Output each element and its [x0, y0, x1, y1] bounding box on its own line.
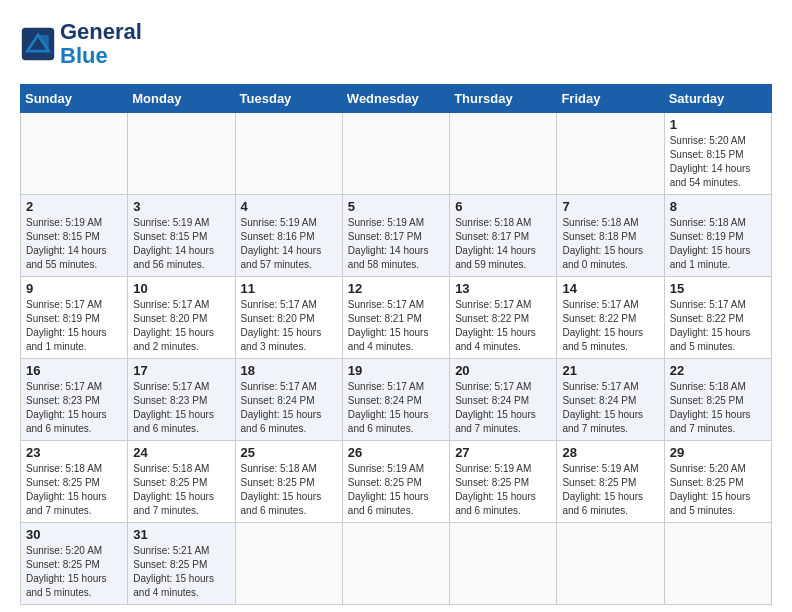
day-info: Sunrise: 5:17 AMSunset: 8:23 PMDaylight:…	[133, 380, 229, 436]
day-number: 21	[562, 363, 658, 378]
day-number: 13	[455, 281, 551, 296]
day-number: 29	[670, 445, 766, 460]
calendar-week-row: 2Sunrise: 5:19 AMSunset: 8:15 PMDaylight…	[21, 195, 772, 277]
calendar-cell: 25Sunrise: 5:18 AMSunset: 8:25 PMDayligh…	[235, 441, 342, 523]
calendar-cell: 1Sunrise: 5:20 AMSunset: 8:15 PMDaylight…	[664, 113, 771, 195]
calendar-cell: 10Sunrise: 5:17 AMSunset: 8:20 PMDayligh…	[128, 277, 235, 359]
day-info: Sunrise: 5:19 AMSunset: 8:25 PMDaylight:…	[455, 462, 551, 518]
calendar-cell	[557, 113, 664, 195]
day-info: Sunrise: 5:17 AMSunset: 8:20 PMDaylight:…	[133, 298, 229, 354]
day-number: 11	[241, 281, 337, 296]
day-info: Sunrise: 5:17 AMSunset: 8:22 PMDaylight:…	[455, 298, 551, 354]
calendar-week-row: 1Sunrise: 5:20 AMSunset: 8:15 PMDaylight…	[21, 113, 772, 195]
day-info: Sunrise: 5:18 AMSunset: 8:25 PMDaylight:…	[241, 462, 337, 518]
calendar-cell: 6Sunrise: 5:18 AMSunset: 8:17 PMDaylight…	[450, 195, 557, 277]
day-info: Sunrise: 5:18 AMSunset: 8:17 PMDaylight:…	[455, 216, 551, 272]
day-number: 19	[348, 363, 444, 378]
calendar-cell: 4Sunrise: 5:19 AMSunset: 8:16 PMDaylight…	[235, 195, 342, 277]
day-info: Sunrise: 5:19 AMSunset: 8:15 PMDaylight:…	[133, 216, 229, 272]
day-info: Sunrise: 5:17 AMSunset: 8:24 PMDaylight:…	[455, 380, 551, 436]
calendar-week-row: 30Sunrise: 5:20 AMSunset: 8:25 PMDayligh…	[21, 523, 772, 605]
day-info: Sunrise: 5:17 AMSunset: 8:21 PMDaylight:…	[348, 298, 444, 354]
calendar-cell: 12Sunrise: 5:17 AMSunset: 8:21 PMDayligh…	[342, 277, 449, 359]
calendar-cell: 23Sunrise: 5:18 AMSunset: 8:25 PMDayligh…	[21, 441, 128, 523]
day-info: Sunrise: 5:17 AMSunset: 8:22 PMDaylight:…	[670, 298, 766, 354]
day-number: 15	[670, 281, 766, 296]
calendar-cell	[342, 523, 449, 605]
day-number: 25	[241, 445, 337, 460]
calendar-cell: 24Sunrise: 5:18 AMSunset: 8:25 PMDayligh…	[128, 441, 235, 523]
calendar-cell	[450, 523, 557, 605]
day-info: Sunrise: 5:17 AMSunset: 8:24 PMDaylight:…	[241, 380, 337, 436]
day-info: Sunrise: 5:18 AMSunset: 8:25 PMDaylight:…	[133, 462, 229, 518]
day-number: 6	[455, 199, 551, 214]
calendar-cell: 2Sunrise: 5:19 AMSunset: 8:15 PMDaylight…	[21, 195, 128, 277]
calendar-cell	[235, 523, 342, 605]
calendar-cell: 29Sunrise: 5:20 AMSunset: 8:25 PMDayligh…	[664, 441, 771, 523]
column-header-wednesday: Wednesday	[342, 85, 449, 113]
day-info: Sunrise: 5:19 AMSunset: 8:15 PMDaylight:…	[26, 216, 122, 272]
day-info: Sunrise: 5:18 AMSunset: 8:25 PMDaylight:…	[26, 462, 122, 518]
day-number: 12	[348, 281, 444, 296]
day-info: Sunrise: 5:19 AMSunset: 8:25 PMDaylight:…	[348, 462, 444, 518]
day-info: Sunrise: 5:17 AMSunset: 8:24 PMDaylight:…	[562, 380, 658, 436]
calendar-cell	[128, 113, 235, 195]
column-header-sunday: Sunday	[21, 85, 128, 113]
calendar-cell	[664, 523, 771, 605]
day-number: 22	[670, 363, 766, 378]
calendar-cell	[235, 113, 342, 195]
day-number: 18	[241, 363, 337, 378]
day-info: Sunrise: 5:19 AMSunset: 8:16 PMDaylight:…	[241, 216, 337, 272]
logo-text: General Blue	[60, 20, 142, 68]
day-number: 24	[133, 445, 229, 460]
calendar-cell	[21, 113, 128, 195]
day-number: 4	[241, 199, 337, 214]
calendar-cell	[450, 113, 557, 195]
column-header-thursday: Thursday	[450, 85, 557, 113]
calendar-cell: 30Sunrise: 5:20 AMSunset: 8:25 PMDayligh…	[21, 523, 128, 605]
calendar-cell: 7Sunrise: 5:18 AMSunset: 8:18 PMDaylight…	[557, 195, 664, 277]
calendar-cell: 15Sunrise: 5:17 AMSunset: 8:22 PMDayligh…	[664, 277, 771, 359]
page-header: General Blue	[20, 20, 772, 68]
day-info: Sunrise: 5:21 AMSunset: 8:25 PMDaylight:…	[133, 544, 229, 600]
day-number: 8	[670, 199, 766, 214]
calendar-cell: 19Sunrise: 5:17 AMSunset: 8:24 PMDayligh…	[342, 359, 449, 441]
day-info: Sunrise: 5:20 AMSunset: 8:25 PMDaylight:…	[26, 544, 122, 600]
day-info: Sunrise: 5:19 AMSunset: 8:17 PMDaylight:…	[348, 216, 444, 272]
day-number: 5	[348, 199, 444, 214]
day-info: Sunrise: 5:17 AMSunset: 8:20 PMDaylight:…	[241, 298, 337, 354]
calendar-cell: 9Sunrise: 5:17 AMSunset: 8:19 PMDaylight…	[21, 277, 128, 359]
day-number: 10	[133, 281, 229, 296]
calendar-cell: 21Sunrise: 5:17 AMSunset: 8:24 PMDayligh…	[557, 359, 664, 441]
day-info: Sunrise: 5:18 AMSunset: 8:25 PMDaylight:…	[670, 380, 766, 436]
calendar-week-row: 16Sunrise: 5:17 AMSunset: 8:23 PMDayligh…	[21, 359, 772, 441]
calendar-cell: 8Sunrise: 5:18 AMSunset: 8:19 PMDaylight…	[664, 195, 771, 277]
day-number: 31	[133, 527, 229, 542]
day-number: 27	[455, 445, 551, 460]
calendar-week-row: 9Sunrise: 5:17 AMSunset: 8:19 PMDaylight…	[21, 277, 772, 359]
day-number: 28	[562, 445, 658, 460]
day-number: 20	[455, 363, 551, 378]
day-info: Sunrise: 5:17 AMSunset: 8:22 PMDaylight:…	[562, 298, 658, 354]
calendar-cell: 13Sunrise: 5:17 AMSunset: 8:22 PMDayligh…	[450, 277, 557, 359]
day-number: 30	[26, 527, 122, 542]
day-number: 23	[26, 445, 122, 460]
logo-icon	[20, 26, 56, 62]
day-info: Sunrise: 5:17 AMSunset: 8:19 PMDaylight:…	[26, 298, 122, 354]
day-info: Sunrise: 5:19 AMSunset: 8:25 PMDaylight:…	[562, 462, 658, 518]
calendar-cell	[557, 523, 664, 605]
calendar-cell	[342, 113, 449, 195]
day-number: 2	[26, 199, 122, 214]
day-info: Sunrise: 5:17 AMSunset: 8:23 PMDaylight:…	[26, 380, 122, 436]
calendar-cell: 22Sunrise: 5:18 AMSunset: 8:25 PMDayligh…	[664, 359, 771, 441]
column-header-friday: Friday	[557, 85, 664, 113]
column-header-monday: Monday	[128, 85, 235, 113]
calendar-cell: 18Sunrise: 5:17 AMSunset: 8:24 PMDayligh…	[235, 359, 342, 441]
calendar-cell: 16Sunrise: 5:17 AMSunset: 8:23 PMDayligh…	[21, 359, 128, 441]
calendar-cell: 17Sunrise: 5:17 AMSunset: 8:23 PMDayligh…	[128, 359, 235, 441]
calendar-week-row: 23Sunrise: 5:18 AMSunset: 8:25 PMDayligh…	[21, 441, 772, 523]
day-number: 26	[348, 445, 444, 460]
day-number: 9	[26, 281, 122, 296]
calendar-cell: 11Sunrise: 5:17 AMSunset: 8:20 PMDayligh…	[235, 277, 342, 359]
calendar-cell: 26Sunrise: 5:19 AMSunset: 8:25 PMDayligh…	[342, 441, 449, 523]
